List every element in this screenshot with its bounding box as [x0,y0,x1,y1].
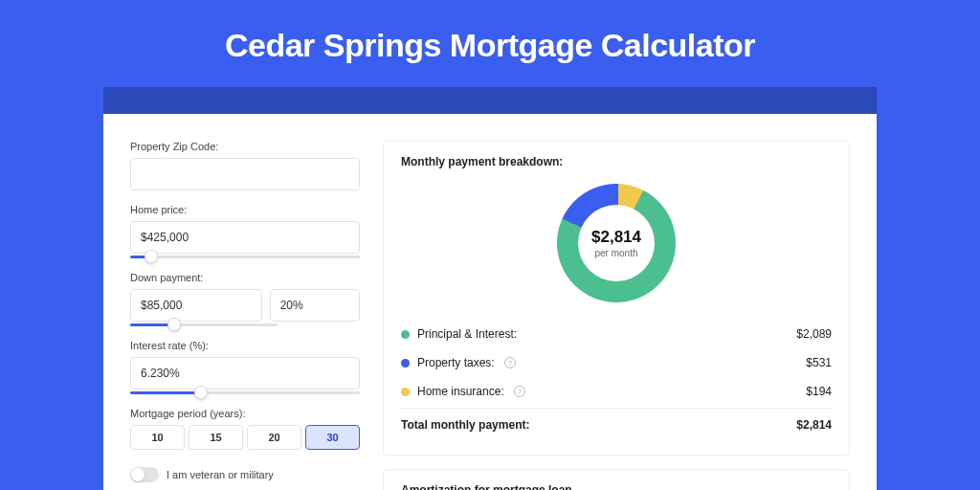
veteran-label: I am veteran or military [167,469,274,480]
period-label: Mortgage period (years): [130,408,360,419]
breakdown-panel: Monthly payment breakdown: $2,814 per mo… [383,141,850,456]
line-principal: Principal & Interest: $2,089 [401,320,832,348]
veteran-toggle-row: I am veteran or military [130,467,360,482]
slider-thumb-icon[interactable] [194,386,208,399]
donut-center: $2,814 per month [578,205,655,281]
donut-value: $2,814 [591,228,641,247]
breakdown-title: Monthly payment breakdown: [401,155,832,168]
slider-thumb-icon[interactable] [167,318,181,331]
home-price-field: Home price: [130,204,360,258]
dot-icon [401,330,410,339]
home-price-slider[interactable] [130,256,360,258]
period-option-30[interactable]: 30 [305,425,360,450]
zip-input[interactable] [130,158,360,190]
donut-chart: $2,814 per month [557,184,676,302]
dot-icon [401,359,410,368]
zip-field: Property Zip Code: [130,141,360,190]
calculator-card: Property Zip Code: Home price: Down paym… [103,114,877,490]
veteran-toggle[interactable] [130,467,159,482]
interest-input[interactable] [130,357,360,390]
donut-chart-wrap: $2,814 per month [401,178,832,320]
line-total: Total monthly payment: $2,814 [401,408,832,439]
line-taxes: Property taxes: ? $531 [401,348,832,377]
interest-field: Interest rate (%): [130,340,360,394]
period-option-10[interactable]: 10 [130,425,185,450]
line-value: $531 [806,356,832,369]
amortization-panel: Amortization for mortgage loan Amortizat… [383,469,850,490]
down-payment-field: Down payment: [130,272,360,326]
donut-sub: per month [594,248,637,258]
period-options: 10 15 20 30 [130,425,360,450]
interest-slider[interactable] [130,391,360,394]
total-label: Total monthly payment: [401,418,529,432]
line-label: Home insurance: [417,385,504,398]
down-payment-slider[interactable] [130,323,278,326]
inputs-column: Property Zip Code: Home price: Down paym… [130,141,360,490]
down-payment-label: Down payment: [130,272,360,283]
home-price-input[interactable] [130,221,360,254]
interest-label: Interest rate (%): [130,340,360,351]
slider-thumb-icon[interactable] [145,250,158,263]
dot-icon [401,388,410,396]
results-column: Monthly payment breakdown: $2,814 per mo… [383,141,850,490]
header-band [103,87,877,114]
toggle-knob-icon [131,468,145,481]
zip-label: Property Zip Code: [130,141,360,152]
period-option-20[interactable]: 20 [247,425,301,450]
info-icon[interactable]: ? [504,357,516,368]
down-payment-amount-input[interactable] [130,289,262,322]
home-price-label: Home price: [130,204,360,215]
period-option-15[interactable]: 15 [189,425,243,450]
page-title: Cedar Springs Mortgage Calculator [0,0,980,87]
amortization-title: Amortization for mortgage loan [401,483,832,490]
period-field: Mortgage period (years): 10 15 20 30 [130,408,360,450]
down-payment-pct-input[interactable] [270,289,360,322]
line-value: $194 [806,385,832,398]
info-icon[interactable]: ? [514,386,525,397]
line-insurance: Home insurance: ? $194 [401,377,832,406]
total-value: $2,814 [796,418,832,432]
line-label: Property taxes: [417,356,495,369]
line-value: $2,089 [796,327,832,341]
line-label: Principal & Interest: [417,327,517,341]
